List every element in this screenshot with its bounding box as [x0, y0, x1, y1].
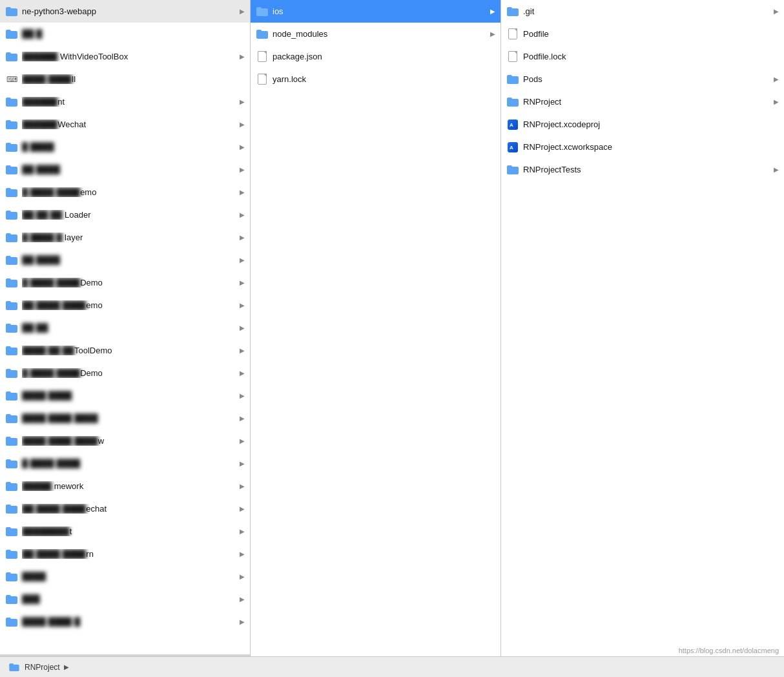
item-label: Podfile	[523, 29, 779, 39]
item-label: █ ████ ████emo	[22, 187, 237, 197]
list-item[interactable]: ██ ████ ▶	[0, 158, 250, 181]
folder-icon	[5, 209, 18, 222]
list-item[interactable]: ████ ████ ████ ▶	[0, 407, 250, 430]
item-label: RNProject.xcodeproj	[523, 120, 779, 129]
list-item[interactable]: ████ ████ ████w ▶	[0, 430, 250, 452]
list-item[interactable]: ██ ████ ████rn ▶	[0, 543, 250, 565]
file-icon	[256, 50, 269, 63]
chevron-right-icon: ▶	[240, 460, 245, 467]
folder-icon	[5, 390, 18, 402]
folder-icon	[5, 616, 18, 629]
item-label: RNProject.xcworkspace	[523, 142, 779, 152]
folder-icon	[5, 480, 18, 493]
item-label: ne-python3-webapp	[22, 6, 237, 16]
folder-icon	[5, 344, 18, 357]
chevron-right-icon: ▶	[240, 618, 245, 625]
list-item[interactable]: ████ ▶	[0, 565, 250, 588]
list-item-podfile[interactable]: Podfile	[501, 23, 784, 45]
list-item-pods[interactable]: Pods ▶	[501, 68, 784, 90]
item-label: █ ████ ████Demo	[22, 278, 237, 287]
mid-column[interactable]: ios ▶ node_modules ▶ package.json yarn.l…	[251, 0, 501, 677]
item-label: ██████Wechat	[22, 120, 237, 129]
chevron-right-icon: ▶	[240, 415, 245, 422]
list-item[interactable]: ██ ████ ████echat ▶	[0, 497, 250, 520]
chevron-right-icon: ▶	[240, 437, 245, 444]
right-column[interactable]: .git ▶ Podfile Podfile.lock Pods ▶ RNPro…	[501, 0, 784, 677]
list-item-rnprojecttests[interactable]: RNProjectTests ▶	[501, 158, 784, 181]
svg-text:A: A	[510, 145, 513, 151]
chevron-right-icon: ▶	[240, 166, 245, 173]
list-item[interactable]: ██ ██ ██ Loader ▶	[0, 203, 250, 226]
list-item-podfile-lock[interactable]: Podfile.lock	[501, 45, 784, 68]
list-item[interactable]: ██ █	[0, 23, 250, 45]
list-item[interactable]: ████ ████ █ ▶	[0, 610, 250, 633]
item-label: .git	[523, 6, 771, 16]
chevron-right-icon: ▶	[240, 573, 245, 580]
list-item[interactable]: █ ████ ▶	[0, 136, 250, 158]
list-item[interactable]: ne-python3-webapp ▶	[0, 0, 250, 23]
folder-icon	[5, 231, 18, 244]
list-item[interactable]: ██ ██ ▶	[0, 317, 250, 339]
item-label: ██ ██ ██ Loader	[22, 210, 237, 220]
item-label: ██ █	[22, 29, 245, 39]
list-item[interactable]: ████ ██ ██ToolDemo ▶	[0, 339, 250, 362]
chevron-right-icon: ▶	[240, 189, 245, 196]
item-label: █ ████ ████	[22, 459, 237, 468]
list-item[interactable]: ███ ▶	[0, 588, 250, 610]
list-item[interactable]: ██████Wechat ▶	[0, 113, 250, 136]
list-item[interactable]: █████ mework ▶	[0, 475, 250, 497]
chevron-right-icon: ▶	[240, 347, 245, 354]
item-label: █ ████ ████Demo	[22, 368, 237, 378]
chevron-right-icon: ▶	[240, 370, 245, 377]
watermark: https://blog.csdn.net/dolacmeng	[679, 647, 779, 654]
list-item[interactable]: ██ ████ ▶	[0, 249, 250, 271]
list-item-git[interactable]: .git ▶	[501, 0, 784, 23]
list-item[interactable]: ████████t ▶	[0, 520, 250, 543]
list-item-xcodeproj[interactable]: A RNProject.xcodeproj	[501, 113, 784, 136]
item-label: ████ ████	[22, 391, 237, 401]
list-item-package-json[interactable]: package.json	[251, 45, 500, 68]
chevron-right-icon: ▶	[490, 8, 495, 15]
chevron-right-icon: ▶	[240, 392, 245, 399]
list-item[interactable]: ⌨ ████ ████ll	[0, 68, 250, 90]
item-label: ██ ████ ████echat	[22, 504, 237, 514]
list-item[interactable]: █ ████ ████ ▶	[0, 452, 250, 475]
list-item[interactable]: ██ ████ ████emo ▶	[0, 294, 250, 317]
item-label: Pods	[523, 74, 771, 84]
chevron-right-icon: ▶	[490, 30, 495, 37]
item-label: █ ████	[22, 142, 237, 152]
list-item-xcworkspace[interactable]: A RNProject.xcworkspace	[501, 136, 784, 158]
folder-icon	[5, 367, 18, 380]
item-label: █ ████ █ layer	[22, 233, 237, 242]
left-column[interactable]: ne-python3-webapp ▶ ██ █ ██████ WithVide…	[0, 0, 251, 677]
folder-icon	[256, 5, 269, 18]
list-item[interactable]: █ ████ ████emo ▶	[0, 181, 250, 203]
folder-icon	[5, 412, 18, 425]
list-item-node-modules[interactable]: node_modules ▶	[251, 23, 500, 45]
list-item[interactable]: ████ ████ ▶	[0, 384, 250, 407]
file-icon	[256, 73, 269, 86]
chevron-right-icon: ▶	[774, 8, 779, 15]
item-label: ██ ████	[22, 255, 237, 265]
folder-icon	[5, 593, 18, 606]
list-item[interactable]: ██████ WithVideoToolBox ▶	[0, 45, 250, 68]
list-item[interactable]: █ ████ █ layer ▶	[0, 226, 250, 249]
folder-icon	[5, 50, 18, 63]
folder-icon	[5, 141, 18, 154]
folder-icon-bottom	[8, 661, 21, 674]
list-item[interactable]: █ ████ ████Demo ▶	[0, 271, 250, 294]
list-item[interactable]: █ ████ ████Demo ▶	[0, 362, 250, 384]
terminal-icon: ⌨	[5, 73, 18, 86]
folder-icon	[506, 73, 519, 86]
list-item-rnproject[interactable]: RNProject ▶	[501, 90, 784, 113]
item-label: ██████nt	[22, 97, 237, 107]
item-label: ████ ████ll	[22, 74, 245, 84]
list-item-ios[interactable]: ios ▶	[251, 0, 500, 23]
item-label: ios	[273, 6, 488, 16]
folder-icon	[5, 96, 18, 109]
bottom-bar-label: RNProject	[25, 663, 60, 672]
chevron-right-icon: ▶	[774, 166, 779, 173]
bottom-bar-chevron: ▶	[64, 663, 69, 671]
list-item[interactable]: ██████nt ▶	[0, 90, 250, 113]
list-item-yarn-lock[interactable]: yarn.lock	[251, 68, 500, 90]
